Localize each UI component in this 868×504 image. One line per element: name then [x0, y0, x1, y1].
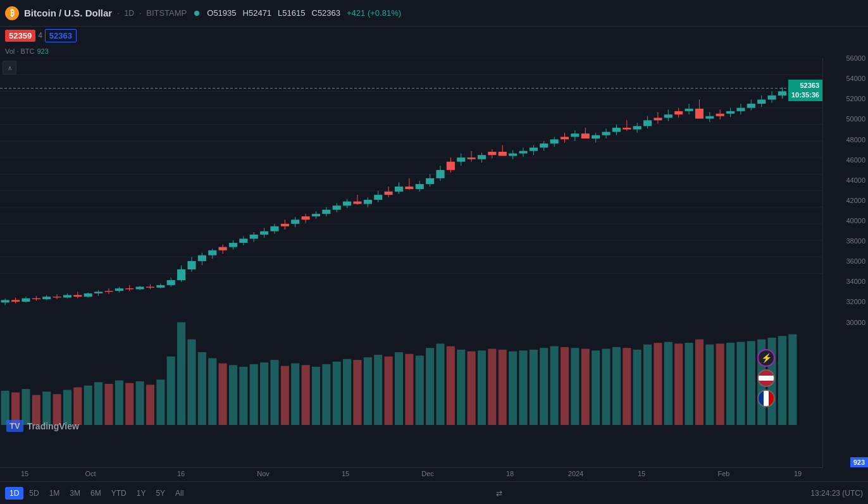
svg-rect-23	[84, 386, 92, 425]
compare-button[interactable]: ⇄	[492, 487, 506, 500]
svg-rect-81	[685, 343, 693, 425]
svg-rect-95	[11, 300, 20, 302]
svg-rect-231	[716, 114, 724, 116]
svg-rect-41	[270, 360, 278, 425]
svg-rect-145	[270, 226, 278, 231]
flag-badge-2[interactable]	[757, 390, 775, 407]
time-btn-3m[interactable]: 3M	[65, 487, 85, 500]
time-btn-5y[interactable]: 5Y	[151, 487, 170, 500]
svg-rect-143	[260, 231, 268, 235]
current-price-time: 10:35:36	[791, 90, 819, 100]
svg-rect-40	[260, 362, 268, 425]
svg-rect-77	[643, 345, 652, 425]
svg-rect-29	[146, 384, 154, 425]
time-btn-1d[interactable]: 1D	[5, 487, 23, 500]
current-price-value: 52363	[791, 81, 819, 90]
svg-rect-53	[395, 352, 403, 425]
x-label: 15	[21, 470, 28, 477]
candlestick-svg	[0, 58, 822, 467]
svg-rect-99	[32, 298, 40, 299]
y-label: 52000	[846, 95, 865, 102]
svg-rect-63	[499, 350, 507, 425]
svg-rect-43	[291, 364, 299, 425]
svg-rect-155	[322, 210, 330, 214]
svg-rect-54	[405, 354, 413, 425]
svg-rect-73	[602, 349, 610, 425]
x-label: Oct	[85, 470, 96, 477]
svg-rect-199	[550, 139, 559, 144]
svg-rect-39	[250, 364, 258, 425]
svg-rect-129	[187, 261, 195, 269]
y-label: 30000	[846, 319, 865, 326]
ohlc-info: O51935 H52471 L51615 C52363 +421 (+0.81%…	[207, 8, 401, 18]
svg-rect-243	[778, 91, 786, 95]
svg-rect-207	[592, 135, 600, 138]
svg-rect-133	[208, 250, 216, 255]
chart-main[interactable]: ∧ TV TradingView ⚡ 52363 10:35:36	[0, 58, 822, 467]
svg-rect-105	[63, 295, 71, 298]
svg-rect-225	[685, 109, 693, 111]
svg-rect-90	[778, 336, 786, 425]
svg-rect-30	[156, 379, 164, 425]
svg-rect-58	[447, 346, 455, 425]
svg-rect-97	[22, 298, 30, 302]
svg-rect-82	[695, 340, 704, 425]
svg-rect-37	[229, 365, 237, 425]
svg-rect-197	[540, 144, 548, 148]
svg-rect-215	[633, 126, 642, 129]
y-label: 34000	[846, 278, 865, 285]
svg-rect-76	[633, 350, 642, 425]
svg-rect-203	[571, 133, 579, 137]
svg-rect-181	[457, 157, 465, 162]
time-btn-all[interactable]: All	[171, 487, 188, 500]
svg-rect-187	[488, 152, 496, 155]
svg-rect-87	[747, 341, 755, 425]
time-btn-1y[interactable]: 1Y	[132, 487, 151, 500]
svg-rect-159	[343, 202, 351, 206]
svg-rect-153	[312, 214, 320, 216]
svg-rect-91	[788, 335, 797, 425]
svg-rect-241	[768, 95, 776, 100]
svg-rect-42	[281, 366, 289, 425]
svg-rect-137	[229, 243, 237, 247]
vol-label: Vol · BTC	[5, 47, 34, 55]
svg-rect-139	[239, 239, 247, 243]
x-label: 18	[506, 470, 514, 477]
svg-rect-78	[654, 343, 662, 425]
svg-rect-68	[550, 346, 559, 425]
svg-rect-32	[177, 323, 185, 425]
time-btn-1m[interactable]: 1M	[45, 487, 65, 500]
flag-badge-1[interactable]	[757, 369, 775, 387]
lightning-badge[interactable]: ⚡	[757, 349, 775, 367]
svg-rect-131	[198, 255, 206, 261]
y-label: 46000	[846, 156, 865, 164]
time-btn-ytd[interactable]: YTD	[107, 487, 131, 500]
svg-rect-65	[519, 350, 527, 425]
svg-rect-57	[436, 343, 444, 425]
svg-rect-61	[478, 350, 486, 425]
svg-rect-149	[291, 219, 299, 224]
svg-rect-111	[94, 292, 102, 293]
y-label: 32000	[846, 298, 865, 305]
svg-rect-183	[468, 157, 476, 159]
current-price-label: 52363 10:35:36	[788, 80, 822, 102]
svg-rect-117	[125, 288, 133, 289]
tv-text: TradingView	[27, 421, 79, 431]
y-label: 40000	[846, 217, 865, 224]
svg-rect-60	[468, 352, 476, 425]
y-label: 44000	[846, 176, 865, 184]
svg-rect-24	[94, 382, 102, 425]
svg-rect-193	[519, 151, 527, 154]
symbol-title: Bitcoin / U.S. Dollar	[24, 8, 112, 18]
svg-rect-189	[499, 152, 507, 156]
svg-rect-84	[716, 343, 724, 425]
svg-rect-147	[281, 224, 289, 226]
tv-icon: TV	[6, 420, 23, 432]
svg-rect-135	[219, 247, 227, 250]
time-btn-5d[interactable]: 5D	[25, 487, 43, 500]
svg-rect-219	[654, 118, 662, 120]
y-label: 38000	[846, 237, 865, 245]
time-btn-6m[interactable]: 6M	[86, 487, 106, 500]
svg-rect-233	[726, 111, 735, 114]
svg-rect-223	[674, 111, 683, 114]
